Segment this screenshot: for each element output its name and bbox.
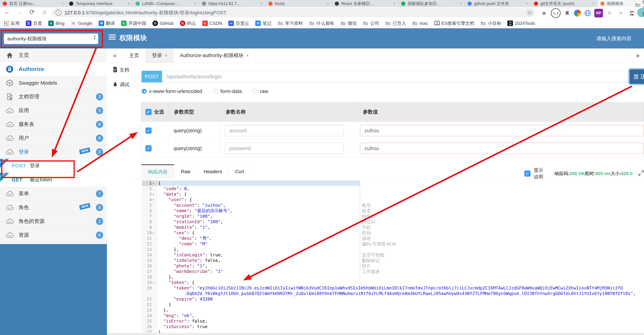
menu-icon[interactable] xyxy=(109,34,116,41)
tab-close-icon[interactable]: × xyxy=(460,2,462,6)
tab-close-icon[interactable]: × xyxy=(194,2,196,6)
bookmark-item[interactable]: N笔记 xyxy=(255,20,272,26)
m-chevron-icon[interactable]: M xyxy=(616,9,625,18)
address-bar[interactable]: i 127.0.0.1:8760/api/gate/doc.html#/auth… xyxy=(52,8,535,17)
fold-arrow-icon[interactable]: ▾ xyxy=(152,197,154,202)
sidebar-endpoint-post[interactable]: NEWPOST登录 xyxy=(0,159,107,173)
bodytype-radio-x-www-form-urlencoded[interactable]: x-www-form-urlencoded xyxy=(142,88,202,94)
expand-tabs-icon[interactable]: » xyxy=(632,48,644,62)
bookmark-item[interactable]: C开源中国 xyxy=(121,20,146,26)
doc-tab-Authorize-authority-权限模块[interactable]: Authorize-authority-权限模块× xyxy=(174,48,255,62)
row-checkbox[interactable]: ✓ xyxy=(146,145,152,152)
sidebar-item-角色的资源[interactable]: API角色的资源1 xyxy=(0,214,107,228)
bookmark-item[interactable]: 10241024Tools xyxy=(508,20,535,26)
sidebar-item-文档管理[interactable]: 文档管理3 xyxy=(0,90,107,104)
fullscreen-icon[interactable] xyxy=(638,170,644,177)
mini-tab-调试[interactable]: 调试 xyxy=(107,78,135,92)
browser-tab[interactable]: 国家级队参加②…× xyxy=(398,0,465,7)
bodytype-radio-raw[interactable]: raw xyxy=(253,88,268,94)
bookmark-item[interactable]: GGitHub xyxy=(152,20,174,26)
tab-close-icon[interactable]: × xyxy=(260,2,263,6)
send-button[interactable]: 发送 xyxy=(630,69,644,84)
doc-tab-主页[interactable]: 主页 xyxy=(123,48,146,62)
gitzip-icon[interactable]: GitZip xyxy=(628,9,636,18)
mini-tab-文档[interactable]: 文档 xyxy=(107,63,135,78)
show-desc-checkbox[interactable]: ✓ xyxy=(524,170,530,177)
tab-close-icon[interactable]: × xyxy=(327,2,329,6)
bookmark-item[interactable]: G码云 xyxy=(180,20,196,26)
browser-tab[interactable]: git文件丢失 (push)× xyxy=(531,0,598,7)
sidebar-item-资源[interactable]: API资源6 xyxy=(0,228,107,242)
browser-tab[interactable]: hosts× xyxy=(266,0,332,7)
forward-icon[interactable]: → xyxy=(15,8,24,16)
browser-tab[interactable]: https://a1z.61.7…× xyxy=(199,0,266,7)
bodytype-radio-form-data[interactable]: form-data xyxy=(213,88,242,94)
fold-arrow-icon[interactable]: ▾ xyxy=(152,280,154,285)
bookmark-item[interactable]: 译翻译 xyxy=(99,20,115,26)
sidebar-item-登录[interactable]: API登录NEW2 xyxy=(0,145,107,159)
response-json-editor[interactable]: 1▾{2 "code": 0,3▾ "data": {4▾ "user": {5… xyxy=(142,180,644,335)
response-tab-Curl[interactable]: Curl xyxy=(229,164,251,179)
home-icon[interactable]: ⌂ xyxy=(40,8,49,16)
sidebar-item-应用[interactable]: API应用5 xyxy=(0,104,107,118)
extension-page-icon[interactable]: ▣ xyxy=(540,9,548,18)
tab-close-icon[interactable]: × xyxy=(592,2,595,6)
tab-close-icon[interactable]: × xyxy=(246,53,249,58)
response-tab-Raw[interactable]: Raw xyxy=(174,164,197,179)
request-url-input[interactable]: /api/authority/anno/login xyxy=(162,71,628,82)
braces-icon[interactable]: {…} xyxy=(551,8,560,18)
bookmark-star-icon[interactable]: ☆ xyxy=(526,9,534,16)
tab-close-icon[interactable]: × xyxy=(526,2,528,6)
translate-en-icon[interactable]: 英 xyxy=(563,9,572,18)
sidebar-item-菜单[interactable]: API菜单7 xyxy=(0,187,107,200)
bookmark-item[interactable]: bBing xyxy=(48,20,64,26)
bookmark-item[interactable]: 什么都有 xyxy=(309,20,334,26)
bookmark-item[interactable]: mac xyxy=(412,20,428,26)
back-icon[interactable]: ← xyxy=(3,8,12,16)
response-tab-响应内容[interactable]: 响应内容 xyxy=(142,164,174,179)
sidebar-endpoint-get[interactable]: NEWGET验证token xyxy=(0,173,107,187)
bookmark-item[interactable]: 小目标 xyxy=(480,20,501,26)
rp-icon[interactable]: RP xyxy=(594,9,603,18)
browser-tab[interactable]: LANB—Compose…× xyxy=(133,0,199,7)
bookmark-item[interactable]: 百百度 xyxy=(26,20,42,26)
sidebar-item-角色[interactable]: API角色NEW8 xyxy=(0,200,107,214)
browser-tab[interactable]: Temporary Interface× xyxy=(66,0,133,7)
sidebar-item-主页[interactable]: 主页 xyxy=(0,48,107,62)
bookmark-item[interactable]: 已导入 xyxy=(385,20,406,26)
fold-arrow-icon[interactable]: ▾ xyxy=(152,192,154,197)
param-value-input[interactable]: zuihou xyxy=(360,143,644,154)
bookmark-item[interactable]: CCSDN xyxy=(202,20,222,26)
globe-icon[interactable] xyxy=(583,9,592,18)
bookmark-item[interactable]: ∞百度云 xyxy=(228,20,249,26)
tab-close-icon[interactable]: × xyxy=(165,53,167,58)
horizontal-scrollbar[interactable] xyxy=(107,333,644,335)
page-info-icon[interactable]: i xyxy=(56,10,62,16)
tab-close-icon[interactable]: × xyxy=(61,2,64,6)
bookmark-item[interactable]: 公司 xyxy=(363,20,379,26)
header-search-placeholder[interactable]: 请输入搜索内容 xyxy=(596,35,632,42)
collapse-tabs-icon[interactable]: « xyxy=(107,48,123,62)
param-value-input[interactable]: zuihou xyxy=(360,125,644,136)
fold-arrow-icon[interactable]: ▾ xyxy=(152,230,154,236)
o-ring-icon[interactable]: O xyxy=(605,9,614,18)
bookmark-item[interactable]: GGoogle xyxy=(71,20,92,26)
tab-close-icon[interactable]: × xyxy=(393,2,396,6)
bookmark-item[interactable]: 应用 xyxy=(4,20,20,26)
response-tab-Headers[interactable]: Headers xyxy=(197,164,229,179)
sidebar-item-Swagger Models[interactable]: Swagger Models xyxy=(0,76,107,90)
param-name-input[interactable]: account xyxy=(225,125,344,136)
bookmark-item[interactable]: 学习资料 xyxy=(278,20,303,26)
param-name-input[interactable]: password xyxy=(225,143,344,154)
chrome-colorful-icon[interactable] xyxy=(574,10,581,16)
row-checkbox[interactable]: ✓ xyxy=(146,128,152,134)
other-bookmarks[interactable]: 其他书签 xyxy=(635,0,644,10)
fold-arrow-icon[interactable]: ▾ xyxy=(152,180,154,186)
bookmark-item[interactable]: 微信 xyxy=(340,20,357,26)
doc-tab-登录[interactable]: 登录× xyxy=(146,48,174,62)
sidebar-item-Authorize[interactable]: Authorize xyxy=(0,62,107,76)
browser-tab[interactable]: 首页 注册/su…× xyxy=(0,0,66,7)
browser-tab[interactable]: github push 文件夹× xyxy=(465,0,531,7)
select-all-checkbox[interactable]: ✓ xyxy=(146,109,152,115)
sidebar-item-用户[interactable]: API用户9 xyxy=(0,131,107,145)
